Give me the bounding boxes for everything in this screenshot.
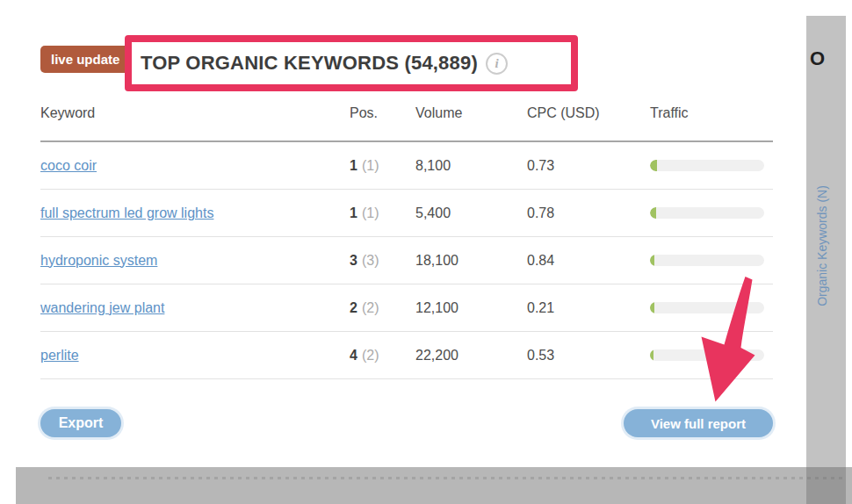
keyword-row: perlite4(2)22,2000.53 bbox=[40, 332, 773, 379]
keyword-link[interactable]: wandering jew plant bbox=[40, 300, 164, 315]
keyword-link[interactable]: perlite bbox=[40, 348, 79, 363]
view-full-report-button[interactable]: View full report bbox=[624, 409, 773, 437]
volume-value: 8,100 bbox=[415, 141, 527, 190]
previous-position-value: (2) bbox=[362, 348, 379, 363]
cpc-value: 0.84 bbox=[527, 237, 650, 284]
previous-position-value: (3) bbox=[362, 253, 379, 268]
keywords-table: KeywordPos.VolumeCPC (USD)Traffic coco c… bbox=[40, 98, 773, 379]
traffic-bar-fill bbox=[650, 207, 656, 219]
keywords-table-body: coco coir1(1)8,1000.73full spectrum led … bbox=[40, 141, 773, 379]
column-header-cpc-usd: CPC (USD) bbox=[527, 98, 650, 141]
position-value: 4 bbox=[350, 348, 357, 363]
traffic-bar bbox=[650, 255, 764, 266]
column-header-traffic: Traffic bbox=[650, 98, 773, 141]
table-header-row: KeywordPos.VolumeCPC (USD)Traffic bbox=[40, 98, 773, 141]
traffic-bar bbox=[650, 302, 764, 313]
organic-keywords-axis-label: Organic Keywords (N) bbox=[815, 185, 829, 306]
keyword-row: coco coir1(1)8,1000.73 bbox=[40, 141, 773, 190]
previous-position-value: (2) bbox=[362, 300, 379, 315]
column-header-volume: Volume bbox=[415, 98, 527, 141]
traffic-bar bbox=[650, 160, 764, 171]
traffic-bar-fill bbox=[650, 160, 657, 171]
position-value: 1 bbox=[350, 158, 357, 173]
cpc-value: 0.78 bbox=[527, 190, 650, 237]
keyword-row: full spectrum led grow lights1(1)5,4000.… bbox=[40, 190, 773, 237]
keyword-link[interactable]: hydroponic system bbox=[40, 253, 157, 268]
traffic-bar bbox=[650, 207, 764, 219]
bottom-page-strip bbox=[16, 467, 852, 504]
volume-value: 12,100 bbox=[415, 284, 527, 332]
cpc-value: 0.73 bbox=[527, 141, 650, 190]
column-header-pos: Pos. bbox=[350, 98, 415, 141]
keyword-link[interactable]: full spectrum led grow lights bbox=[40, 205, 213, 220]
cpc-value: 0.53 bbox=[527, 332, 650, 379]
previous-position-value: (1) bbox=[362, 205, 379, 220]
live-update-badge: live update bbox=[40, 46, 130, 73]
panel-title: TOP ORGANIC KEYWORDS (54,889) bbox=[141, 52, 478, 75]
info-icon[interactable]: i bbox=[486, 53, 508, 75]
volume-value: 22,200 bbox=[415, 332, 527, 379]
position-value: 2 bbox=[350, 300, 357, 315]
traffic-bar-fill bbox=[650, 349, 653, 361]
keyword-row: hydroponic system3(3)18,1000.84 bbox=[40, 237, 773, 284]
partial-heading-letter: O bbox=[810, 47, 825, 70]
volume-value: 18,100 bbox=[415, 237, 527, 284]
volume-value: 5,400 bbox=[415, 190, 527, 237]
position-value: 1 bbox=[350, 205, 357, 220]
dotted-divider bbox=[48, 477, 843, 479]
previous-position-value: (1) bbox=[362, 158, 379, 173]
cpc-value: 0.21 bbox=[527, 284, 650, 332]
column-header-keyword: Keyword bbox=[40, 98, 350, 141]
title-highlight-annotation-box: TOP ORGANIC KEYWORDS (54,889) i bbox=[125, 35, 578, 91]
export-button[interactable]: Export bbox=[40, 409, 121, 437]
traffic-bar-fill bbox=[650, 255, 654, 266]
keyword-link[interactable]: coco coir bbox=[40, 158, 97, 173]
organic-keywords-widget-screenshot: live update TOP ORGANIC KEYWORDS (54,889… bbox=[0, 0, 852, 504]
position-value: 3 bbox=[350, 253, 357, 268]
traffic-bar-fill bbox=[650, 302, 654, 313]
traffic-bar bbox=[650, 349, 764, 361]
keyword-row: wandering jew plant2(2)12,1000.21 bbox=[40, 284, 773, 332]
